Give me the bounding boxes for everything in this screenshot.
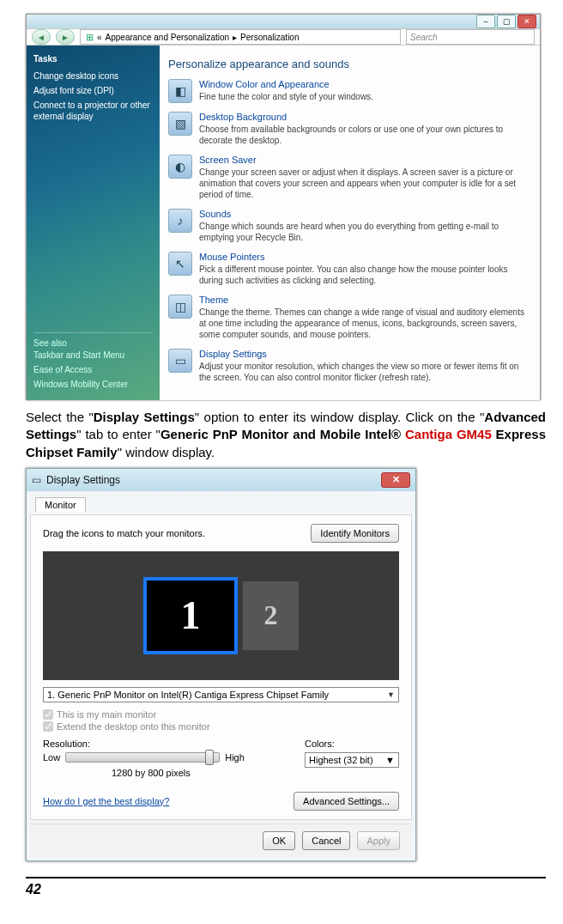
page-number: 42 [26,877,546,897]
ok-button[interactable]: OK [263,831,295,850]
cancel-button[interactable]: Cancel [302,831,350,850]
breadcrumb-item: Personalization [240,33,299,42]
item-title: Desktop Background [199,112,526,122]
personalization-item[interactable]: ↖Mouse PointersPick a different mouse po… [168,252,526,286]
drag-instruction-label: Drag the icons to match your monitors. [43,528,205,538]
display-settings-icon: ▭ [168,349,192,373]
monitor-arrangement-area[interactable]: 1 2 [43,551,399,680]
tab-monitor[interactable]: Monitor [35,497,86,512]
seealso-link[interactable]: Ease of Access [33,364,153,375]
sounds-icon: ♪ [168,209,192,233]
colors-value: Highest (32 bit) [309,755,373,765]
item-title: Window Color and Appearance [199,79,373,89]
chevron-down-icon: ▼ [387,690,395,699]
nav-back-icon[interactable]: ◄ [32,29,51,45]
resolution-slider[interactable] [65,752,220,763]
best-display-help-link[interactable]: How do I get the best display? [43,796,169,806]
checkbox-label: Extend the desktop onto this monitor [57,721,210,732]
identify-monitors-button[interactable]: Identify Monitors [311,524,399,543]
checkbox-icon [43,721,53,732]
breadcrumb-separator: ▸ [233,33,237,42]
page-title: Personalize appearance and sounds [168,58,526,70]
dialog-close-button[interactable]: ✕ [381,472,410,488]
slider-low-label: Low [43,752,60,763]
maximize-button[interactable]: ▢ [497,15,516,28]
checkbox-icon [43,709,53,720]
slider-thumb[interactable] [205,750,214,765]
monitor-2-icon[interactable]: 2 [243,581,299,650]
breadcrumb-prefix: « [97,33,102,42]
window-titlebar: – ▢ ✕ [27,15,540,28]
resolution-label: Resolution: [43,739,305,749]
personalization-item[interactable]: ◐Screen SaverChange your screen saver or… [168,155,526,200]
nav-bar: ◄ ► ⊞ « Appearance and Personalization ▸… [27,28,540,46]
item-title: Display Settings [199,349,526,359]
theme-icon: ◫ [168,295,192,319]
personalization-item[interactable]: ▧Desktop BackgroundChoose from available… [168,112,526,146]
control-panel-icon: ⊞ [86,32,94,43]
dialog-footer: OK Cancel Apply [30,824,412,857]
main-panel: Personalize appearance and sounds ◧Windo… [160,46,540,400]
desktop-background-icon: ▧ [168,112,192,136]
monitor-1-icon[interactable]: 1 [143,577,238,654]
sidebar: Tasks Change desktop icons Adjust font s… [27,46,160,400]
sidebar-task[interactable]: Change desktop icons [33,70,153,82]
item-desc: Change your screen saver or adjust when … [199,167,526,200]
checkbox-label: This is my main monitor [57,709,156,720]
item-desc: Change which sounds are heard when you d… [199,221,526,243]
advanced-settings-button[interactable]: Advanced Settings... [294,792,399,811]
colors-label: Colors: [305,739,399,749]
item-title: Screen Saver [199,155,526,165]
item-desc: Fine tune the color and style of your wi… [199,91,373,102]
sidebar-task[interactable]: Connect to a projector or other external… [33,100,153,122]
item-title: Theme [199,295,526,305]
breadcrumb[interactable]: ⊞ « Appearance and Personalization ▸ Per… [80,29,401,45]
search-placeholder: Search [410,33,438,42]
personalization-item[interactable]: ◫ThemeChange the theme. Themes can chang… [168,295,526,340]
display-settings-dialog: ▭ Display Settings ✕ Monitor Drag the ic… [26,468,416,861]
dialog-titlebar: ▭ Display Settings ✕ [27,469,415,491]
dialog-title: Display Settings [46,474,120,486]
mouse-pointers-icon: ↖ [168,252,192,276]
tab-strip: Monitor [35,496,415,511]
item-desc: Change the theme. Themes can change a wi… [199,307,526,340]
item-desc: Pick a different mouse pointer. You can … [199,264,526,286]
personalization-window: – ▢ ✕ ◄ ► ⊞ « Appearance and Personaliza… [26,14,541,400]
display-icon: ▭ [32,474,41,486]
seealso-heading: See also [33,338,153,348]
dropdown-value: 1. Generic PnP Monitor on Intel(R) Canti… [47,690,329,700]
personalization-item[interactable]: ▭Display SettingsAdjust your monitor res… [168,349,526,383]
slider-high-label: High [225,752,245,763]
seealso-link[interactable]: Taskbar and Start Menu [33,350,153,361]
personalization-item[interactable]: ♪SoundsChange which sounds are heard whe… [168,209,526,243]
apply-button: Apply [357,831,400,850]
chevron-down-icon: ▼ [385,755,395,765]
item-title: Sounds [199,209,526,219]
breadcrumb-item: Appearance and Personalization [106,33,230,42]
sidebar-task[interactable]: Adjust font size (DPI) [33,85,153,96]
minimize-button[interactable]: – [476,15,495,28]
search-input[interactable]: Search [406,29,535,45]
close-button[interactable]: ✕ [518,15,536,28]
screensaver-icon: ◐ [168,155,192,179]
item-desc: Adjust your monitor resolution, which ch… [199,361,526,383]
colors-dropdown[interactable]: Highest (32 bit) ▼ [305,752,399,768]
item-desc: Choose from available backgrounds or col… [199,124,526,146]
window-color-icon: ◧ [168,79,192,103]
nav-forward-icon[interactable]: ► [56,29,75,45]
tasks-heading: Tasks [33,54,153,64]
personalization-item[interactable]: ◧Window Color and AppearanceFine tune th… [168,79,526,103]
seealso-link[interactable]: Windows Mobility Center [33,379,153,390]
resolution-value: 1280 by 800 pixels [112,768,305,778]
monitor-select-dropdown[interactable]: 1. Generic PnP Monitor on Intel(R) Canti… [43,687,399,702]
extend-desktop-checkbox: Extend the desktop onto this monitor [43,721,399,732]
item-title: Mouse Pointers [199,252,526,262]
instruction-paragraph: Select the "Display Settings" option to … [26,409,546,461]
main-monitor-checkbox: This is my main monitor [43,709,399,720]
